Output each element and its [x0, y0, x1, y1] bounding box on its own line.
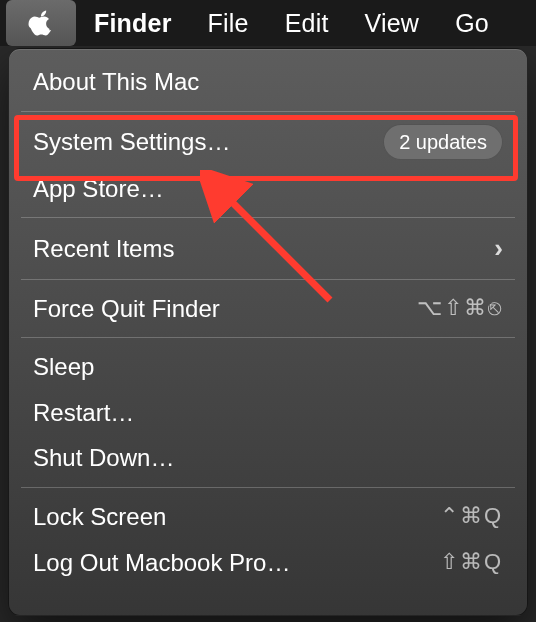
menu-force-quit[interactable]: Force Quit Finder ⌥⇧⌘⎋ [9, 286, 527, 332]
menu-restart[interactable]: Restart… [9, 390, 527, 436]
keyboard-shortcut: ⇧⌘Q [440, 547, 503, 578]
menu-lock-screen[interactable]: Lock Screen ⌃⌘Q [9, 494, 527, 540]
menu-separator [21, 487, 515, 488]
menu-separator [21, 337, 515, 338]
menu-separator [21, 111, 515, 112]
updates-badge: 2 updates [383, 124, 503, 160]
menu-separator [21, 217, 515, 218]
keyboard-shortcut: ⌥⇧⌘⎋ [417, 293, 503, 324]
menu-file[interactable]: File [190, 0, 267, 46]
menu-item-label: Shut Down… [33, 441, 503, 475]
menu-go[interactable]: Go [437, 0, 507, 46]
menu-item-label: Restart… [33, 396, 503, 430]
menu-bar: Finder File Edit View Go [0, 0, 536, 46]
menu-about-this-mac[interactable]: About This Mac [9, 59, 527, 105]
menu-sleep[interactable]: Sleep [9, 344, 527, 390]
menu-item-label: About This Mac [33, 65, 503, 99]
menu-separator [21, 279, 515, 280]
chevron-right-icon: › [494, 230, 503, 266]
apple-menu-button[interactable] [6, 0, 76, 46]
menu-item-label: Log Out Macbook Pro… [33, 546, 440, 580]
menu-item-label: Sleep [33, 350, 503, 384]
menu-item-label: Force Quit Finder [33, 292, 417, 326]
menu-app-name[interactable]: Finder [76, 0, 190, 46]
menu-edit[interactable]: Edit [267, 0, 347, 46]
menu-app-store[interactable]: App Store… [9, 166, 527, 212]
menu-item-label: Lock Screen [33, 500, 440, 534]
menu-view[interactable]: View [347, 0, 438, 46]
menu-system-settings[interactable]: System Settings… 2 updates [9, 118, 527, 166]
apple-logo-icon [28, 10, 54, 36]
keyboard-shortcut: ⌃⌘Q [440, 501, 503, 532]
menu-item-label: App Store… [33, 172, 503, 206]
menu-log-out[interactable]: Log Out Macbook Pro… ⇧⌘Q [9, 540, 527, 586]
menu-item-label: Recent Items [33, 232, 494, 266]
menu-item-label: System Settings… [33, 125, 383, 159]
menu-shut-down[interactable]: Shut Down… [9, 435, 527, 481]
apple-menu-dropdown: About This Mac System Settings… 2 update… [8, 48, 528, 616]
menu-recent-items[interactable]: Recent Items › [9, 224, 527, 272]
